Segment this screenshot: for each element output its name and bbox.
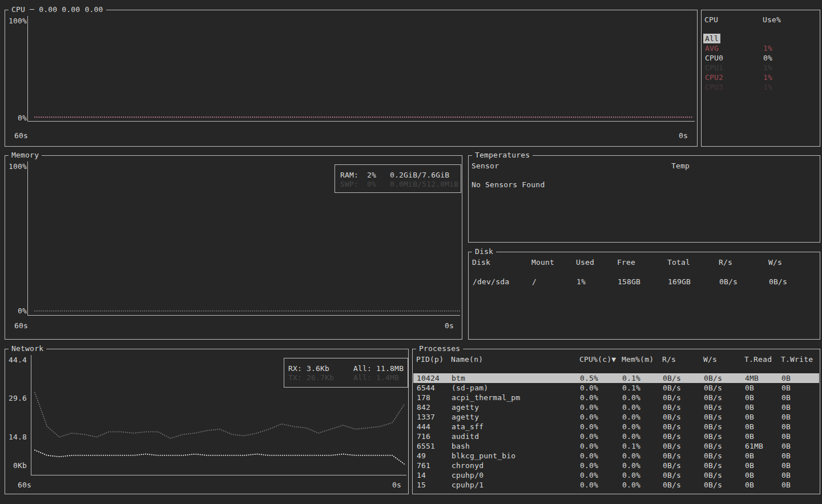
process-cell: 0B — [745, 480, 754, 490]
process-cell: 0B — [745, 393, 754, 402]
cpu-legend-row-all[interactable]: All — [702, 34, 819, 43]
network-panel: Network 44.4 29.6 14.8 0Kb 60s 0s RX:3.6… — [5, 349, 409, 494]
process-cell: 0B — [745, 470, 754, 480]
process-cell: 4MB — [745, 373, 759, 383]
cpu-legend-row-cpu0[interactable]: CPU00% — [702, 53, 819, 63]
memory-legend-value: 0.2GiB/7.6GiB — [390, 170, 449, 180]
process-row-bash[interactable]: 6551bash0.0%0.1%0B/s0B/s61MB0B — [413, 441, 819, 451]
process-cell: auditd — [452, 432, 479, 441]
process-row-btm[interactable]: 10424btm0.5%0.1%0B/s0B/s4MB0B — [413, 373, 819, 383]
process-cell: 6544 — [417, 383, 435, 393]
cpu-panel: CPU ─ 0.00 0.00 0.00 100% 0% 60s 0s — [5, 10, 698, 147]
process-row-cpuhp/0[interactable]: 14cpuhp/00.0%0.0%0B/s0B/s0B0B — [413, 470, 819, 480]
process-cell: (sd-pam) — [452, 383, 488, 393]
process-cell: 49 — [417, 451, 426, 461]
process-cell: bash — [452, 441, 470, 451]
process-row-auditd[interactable]: 716auditd0.0%0.0%0B/s0B/s0B0B — [413, 432, 819, 441]
network-legend-all-value: 1.4MB — [376, 373, 399, 382]
cpu-legend-col-use: Use% — [763, 15, 781, 25]
process-cell: 0B/s — [663, 422, 681, 432]
process-row-chronyd[interactable]: 761chronyd0.0%0.0%0B/s0B/s0B0B — [413, 461, 819, 470]
network-legend-value: 3.6Kb — [307, 364, 329, 373]
memory-legend-label: RAM: — [340, 170, 358, 180]
process-row-(sd-pam)[interactable]: 6544(sd-pam)0.0%0.1%0B/s0B/s0B0B — [413, 383, 819, 393]
process-cell: 761 — [417, 461, 430, 470]
process-cell: 0B — [745, 402, 754, 412]
process-row-ata_sff[interactable]: 444ata_sff0.0%0.0%0B/s0B/s0B0B — [413, 422, 819, 432]
process-cell: 0.0% — [580, 402, 598, 412]
btm-system-monitor: CPU ─ 0.00 0.00 0.00 100% 0% 60s 0s CPU … — [0, 0, 822, 504]
process-cell: 0B — [781, 373, 791, 383]
process-cell: 0.0% — [580, 422, 598, 432]
processes-header-name[interactable]: Name(n) — [451, 354, 483, 364]
process-cell: 0B — [745, 412, 754, 422]
cpu-legend-row-cpu3[interactable]: CPU31% — [702, 82, 819, 92]
process-cell: 178 — [417, 393, 430, 402]
disk-header-free: Free — [617, 257, 635, 267]
process-cell: 0B/s — [704, 441, 722, 451]
processes-panel: Processes PID(p) Name(n) CPU%(c)▼ Mem%(m… — [412, 349, 820, 494]
process-cell: agetty — [452, 402, 479, 412]
disk-row[interactable]: /dev/sda/1%158GB169GB0B/s0B/s — [469, 277, 819, 287]
processes-header-pid[interactable]: PID(p) — [416, 354, 444, 364]
cpu-legend-row-cpu2[interactable]: CPU21% — [702, 72, 819, 82]
process-cell: 0B/s — [704, 451, 722, 461]
process-cell: 0.0% — [622, 480, 640, 490]
process-cell: 0B/s — [663, 373, 681, 383]
process-cell: 0B/s — [663, 412, 681, 422]
process-row-blkcg_punt_bio[interactable]: 49blkcg_punt_bio0.0%0.0%0B/s0B/s0B0B — [413, 451, 819, 461]
memory-legend-label: SWP: — [340, 179, 358, 189]
process-cell: 0B/s — [704, 480, 722, 490]
network-legend-box: RX:3.6KbAll:11.8MBTX:26.7KbAll:1.4MB — [284, 358, 408, 388]
memory-legend-value: 0.0MiB/512.0MiB — [390, 179, 458, 189]
cpu-legend-use: 1% — [763, 43, 772, 53]
process-cell: 0.0% — [622, 470, 640, 480]
memory-x-left-label: 60s — [14, 321, 28, 330]
temperatures-empty-message: No Sensors Found — [472, 180, 545, 189]
temperatures-panel-title: Temperatures — [472, 151, 533, 159]
process-cell: 0B/s — [704, 402, 722, 412]
process-row-cpuhp/1[interactable]: 15cpuhp/10.0%0.0%0B/s0B/s0B0B — [413, 480, 819, 490]
process-cell: 0B/s — [663, 393, 681, 402]
processes-header-cpu[interactable]: CPU%(c)▼ — [579, 354, 616, 364]
process-cell: 0B/s — [704, 422, 722, 432]
process-cell: 0.0% — [622, 422, 640, 432]
process-row-agetty[interactable]: 842agetty0.0%0.0%0B/s0B/s0B0B — [413, 402, 819, 412]
process-cell: 61MB — [745, 441, 763, 451]
cpu-legend-row-cpu1[interactable]: CPU11% — [702, 63, 819, 72]
processes-header-rs[interactable]: R/s — [662, 354, 676, 364]
disk-panel: Disk Disk Mount Used Free Total R/s W/s … — [468, 252, 820, 340]
disk-cell: / — [532, 277, 537, 287]
processes-header-ws[interactable]: W/s — [703, 354, 717, 364]
process-cell: 0.0% — [622, 451, 640, 461]
process-cell: 0B — [745, 383, 754, 393]
cpu-legend-use: 1% — [763, 63, 772, 72]
process-cell: 1337 — [417, 412, 435, 422]
cpu-legend-use: 1% — [763, 72, 772, 82]
processes-header-tread[interactable]: T.Read — [744, 354, 772, 364]
process-cell: 0B — [781, 451, 791, 461]
temperatures-col-sensor: Sensor — [472, 161, 499, 171]
process-cell: 0B — [781, 422, 791, 432]
disk-cell: 1% — [577, 277, 586, 287]
process-row-agetty[interactable]: 1337agetty0.0%0.0%0B/s0B/s0B0B — [413, 412, 819, 422]
disk-header-ws: W/s — [768, 257, 782, 267]
cpu-legend-name: CPU2 — [705, 72, 723, 82]
network-x-left-label: 60s — [18, 480, 31, 490]
processes-header-twrite[interactable]: T.Write — [781, 354, 813, 364]
disk-header-total: Total — [667, 257, 690, 267]
cpu-x-right-label: 0s — [679, 131, 688, 140]
process-cell: ata_sff — [452, 422, 483, 432]
temperatures-panel: Temperatures Sensor Temp No Sensors Foun… — [468, 155, 820, 243]
process-cell: 0.0% — [580, 470, 598, 480]
memory-legend-percent: 0% — [367, 179, 376, 189]
process-cell: 0.0% — [622, 432, 640, 441]
process-cell: 0B/s — [704, 373, 722, 383]
process-cell: blkcg_punt_bio — [452, 451, 515, 461]
process-cell: 0B — [745, 422, 754, 432]
process-row-acpi_thermal_pm[interactable]: 178acpi_thermal_pm0.0%0.0%0B/s0B/s0B0B — [413, 393, 819, 402]
cpu-legend-row-avg[interactable]: AVG1% — [702, 43, 819, 53]
processes-header-mem[interactable]: Mem%(m) — [622, 354, 654, 364]
process-cell: 0.1% — [622, 383, 640, 393]
process-cell: 0.0% — [622, 393, 640, 402]
